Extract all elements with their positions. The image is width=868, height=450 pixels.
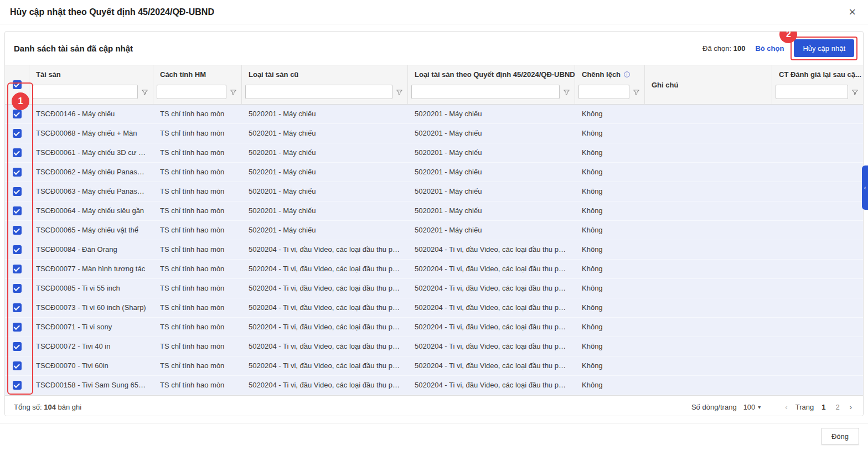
filter-input-tai-san[interactable] — [33, 85, 138, 99]
filter-funnel-icon[interactable] — [633, 89, 640, 96]
table-row[interactable]: TSCĐ00062 - Máy chiếu PanasonicTS chỉ tí… — [5, 163, 863, 182]
cell-method: TS chỉ tính hao mòn — [153, 376, 242, 395]
row-checkbox-cell — [5, 279, 29, 298]
table-row[interactable]: TSCĐ00077 - Màn hình tương tácTS chỉ tín… — [5, 260, 863, 279]
filter-input-loai-tai-san-cu[interactable] — [245, 85, 392, 99]
table-body: TSCĐ00146 - Máy chiếuTS chỉ tính hao mòn… — [5, 105, 863, 395]
row-checkbox[interactable] — [13, 245, 22, 254]
table-row[interactable]: TSCĐ00061 - Máy chiếu 3D cư ly gầ...TS c… — [5, 143, 863, 163]
cell-diff: Không — [575, 298, 645, 317]
cell-asset: TSCĐ00077 - Màn hình tương tác — [29, 260, 153, 278]
cell-new_type: 5020204 - Ti vi, đầu Video, các loại đầu… — [408, 279, 575, 298]
cell-diff: Không — [575, 201, 645, 220]
table-row[interactable]: TSCĐ00072 - Tivi 40 inTS chỉ tính hao mò… — [5, 337, 863, 356]
cell-old_type: 5020204 - Ti vi, đầu Video, các loại đầu… — [242, 240, 408, 259]
table-row[interactable]: TSCĐ00070 - Tivi 60inTS chỉ tính hao mòn… — [5, 356, 863, 376]
cell-note — [645, 201, 772, 220]
row-checkbox[interactable] — [13, 129, 22, 138]
pagination-next-icon[interactable]: › — [848, 403, 854, 411]
cell-new_type: 5020201 - Máy chiếu — [408, 182, 575, 201]
cell-new_type: 5020201 - Máy chiếu — [408, 143, 575, 162]
table-row[interactable]: TSCĐ00063 - Máy chiếu PanasonicTS chỉ tí… — [5, 182, 863, 201]
cell-asset: TSCĐ00065 - Máy chiếu vật thể — [29, 221, 153, 240]
rows-per-page-select[interactable]: 100 ▾ — [742, 401, 762, 413]
cell-old_type: 5020201 - Máy chiếu — [242, 163, 408, 182]
table-row[interactable]: TSCĐ00064 - Máy chiếu siêu gầnTS chỉ tín… — [5, 201, 863, 221]
cell-method: TS chỉ tính hao mòn — [153, 221, 242, 240]
filter-funnel-icon[interactable] — [141, 89, 148, 96]
row-checkbox[interactable] — [13, 187, 22, 196]
row-checkbox[interactable] — [13, 206, 22, 215]
cell-old_type: 5020204 - Ti vi, đầu Video, các loại đầu… — [242, 260, 408, 278]
total-records-text: Tổng số: 104 bản ghi — [14, 403, 81, 411]
filter-funnel-icon[interactable] — [563, 89, 570, 96]
filter-input-chenh-lech[interactable] — [578, 85, 629, 99]
row-checkbox[interactable] — [13, 110, 22, 118]
filter-funnel-icon[interactable] — [851, 89, 859, 96]
deselect-link[interactable]: Bỏ chọn — [755, 44, 784, 53]
page-number-1[interactable]: 1 — [819, 403, 828, 411]
rows-per-page-label: Số dòng/trang — [691, 403, 737, 411]
filter-input-ct-danh-gia[interactable] — [776, 85, 848, 99]
table-row[interactable]: TSCĐ00084 - Đàn OrangTS chỉ tính hao mòn… — [5, 240, 863, 260]
row-checkbox[interactable] — [13, 265, 22, 273]
table-row[interactable]: TSCĐ00073 - Ti vi 60 inch (Sharp)TS chỉ … — [5, 298, 863, 318]
table-row[interactable]: TSCĐ00068 - Máy chiếu + MànTS chỉ tính h… — [5, 124, 863, 143]
cell-new_type: 5020201 - Máy chiếu — [408, 163, 575, 182]
cancel-update-annot-wrap: Hủy cập nhật 2 — [794, 39, 854, 57]
filter-funnel-icon[interactable] — [230, 89, 237, 96]
cell-ct — [772, 376, 863, 395]
row-checkbox[interactable] — [13, 226, 22, 235]
page-number-2[interactable]: 2 — [833, 403, 841, 411]
cell-note — [645, 356, 772, 375]
cell-ct — [772, 240, 863, 259]
row-checkbox-cell — [5, 260, 29, 278]
side-panel-toggle[interactable]: ‹ — [862, 165, 868, 210]
table-row[interactable]: TSCĐ00158 - Tivi Sam Sung 65 inch...TS c… — [5, 376, 863, 395]
row-checkbox[interactable] — [13, 342, 22, 351]
info-icon[interactable] — [623, 71, 631, 78]
cell-note — [645, 221, 772, 240]
cell-diff: Không — [575, 337, 645, 356]
row-checkbox-cell — [5, 201, 29, 220]
filter-input-loai-tai-san-moi[interactable] — [411, 85, 560, 99]
pagination-prev-icon[interactable]: ‹ — [783, 403, 789, 411]
chevron-left-icon: ‹ — [864, 184, 866, 191]
cell-ct — [772, 318, 863, 337]
table-row[interactable]: TSCĐ00146 - Máy chiếuTS chỉ tính hao mòn… — [5, 105, 863, 124]
cell-diff: Không — [575, 356, 645, 375]
close-icon[interactable]: × — [846, 5, 858, 19]
filter-input-cach-tinh-hm[interactable] — [157, 85, 226, 99]
cell-ct — [772, 201, 863, 220]
table-row[interactable]: TSCĐ00065 - Máy chiếu vật thểTS chỉ tính… — [5, 221, 863, 240]
filter-funnel-icon[interactable] — [396, 89, 403, 96]
row-checkbox[interactable] — [13, 148, 22, 157]
table-row[interactable]: TSCĐ00071 - Ti vi sonyTS chỉ tính hao mò… — [5, 318, 863, 337]
cell-method: TS chỉ tính hao mòn — [153, 318, 242, 337]
table-row[interactable]: TSCĐ00085 - Ti vi 55 inchTS chỉ tính hao… — [5, 279, 863, 298]
row-checkbox[interactable] — [13, 284, 22, 293]
cell-ct — [772, 105, 863, 123]
cell-method: TS chỉ tính hao mòn — [153, 105, 242, 123]
close-dialog-button[interactable]: Đóng — [821, 428, 859, 445]
page-label: Trang — [795, 403, 814, 411]
cell-note — [645, 143, 772, 162]
total-records-count: 104 — [44, 403, 56, 411]
cell-diff: Không — [575, 182, 645, 201]
select-all-checkbox[interactable] — [13, 80, 22, 89]
row-checkbox-cell — [5, 105, 29, 123]
row-checkbox-cell — [5, 163, 29, 182]
panel-toolbar: Danh sách tài sản đã cập nhật Đã chọn: 1… — [5, 32, 863, 65]
row-checkbox[interactable] — [13, 323, 22, 332]
row-checkbox[interactable] — [13, 361, 22, 370]
row-checkbox[interactable] — [13, 303, 22, 312]
cell-note — [645, 279, 772, 298]
cell-method: TS chỉ tính hao mòn — [153, 298, 242, 317]
cell-method: TS chỉ tính hao mòn — [153, 279, 242, 298]
cancel-update-button[interactable]: Hủy cập nhật — [794, 39, 854, 57]
row-checkbox[interactable] — [13, 168, 22, 177]
cell-method: TS chỉ tính hao mòn — [153, 124, 242, 143]
section-title: Danh sách tài sản đã cập nhật — [14, 44, 133, 53]
dialog-header: Hủy cập nhật theo Quyết định 45/2024/QĐ-… — [0, 0, 868, 24]
row-checkbox[interactable] — [13, 381, 22, 390]
